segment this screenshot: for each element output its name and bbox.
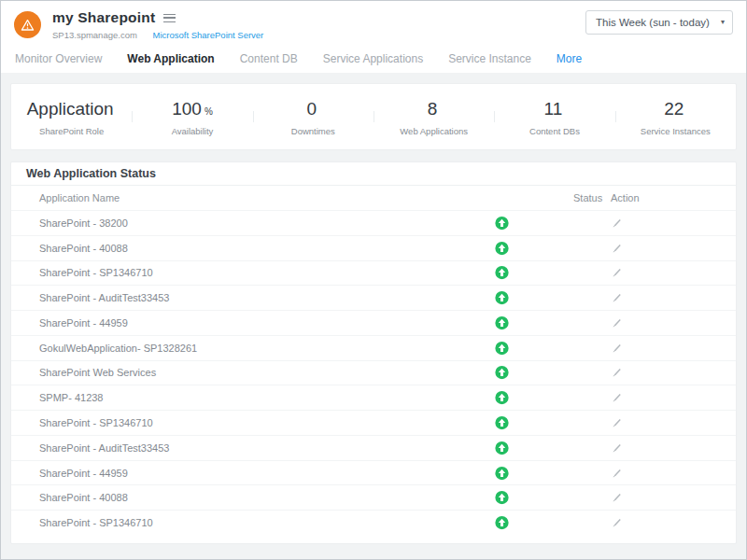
table-row: SharePoint - SP1346710 (11, 410, 736, 435)
table-row: SharePoint - 38200 (11, 210, 736, 235)
edit-icon[interactable] (611, 417, 623, 429)
column-action: Action (611, 186, 640, 210)
status-up-icon (495, 241, 509, 255)
status-up-icon (495, 366, 509, 380)
application-name: SharePoint - 44959 (39, 468, 128, 479)
stat-suffix: % (204, 106, 213, 117)
edit-icon[interactable] (611, 267, 623, 279)
application-name: SharePoint - AuditTest33453 (39, 442, 169, 454)
application-name: GokulWebApplication- SP1328261 (39, 343, 197, 354)
stat-value: Application (27, 99, 114, 119)
table-row: GokulWebApplication- SP1328261 (11, 335, 736, 360)
status-up-icon (495, 391, 509, 405)
server-type-link[interactable]: Microsoft SharePoint Server (152, 30, 263, 40)
stat-label: Service Instances (615, 126, 736, 136)
edit-icon[interactable] (611, 292, 623, 304)
stat-content-dbs: 11 Content DBs (494, 97, 614, 136)
table-title: Web Application Status (11, 162, 736, 186)
stat-label: Downtimes (253, 126, 374, 136)
application-name: SharePoint - 38200 (39, 217, 128, 229)
stat-label: SharePoint Role (11, 126, 132, 136)
stat-value: 0 (307, 99, 317, 119)
stat-sharepoint-role: Application SharePoint Role (11, 97, 132, 136)
application-name: SharePoint - AuditTest33453 (39, 292, 169, 303)
status-up-icon (495, 341, 509, 355)
edit-icon[interactable] (611, 342, 623, 354)
stat-service-instances: 22 Service Instances (615, 97, 736, 136)
status-up-icon (495, 516, 509, 530)
stat-label: Web Applications (374, 126, 494, 136)
monitor-title: my Sharepoint (52, 9, 155, 26)
status-up-icon (495, 291, 509, 305)
edit-icon[interactable] (611, 441, 623, 454)
table-row: SharePoint Web Services (11, 360, 736, 385)
column-application-name: Application Name (39, 186, 120, 210)
application-name: SharePoint - 44959 (39, 317, 128, 329)
warning-triangle-icon (14, 11, 41, 38)
status-up-icon (495, 266, 509, 280)
hamburger-menu-icon[interactable] (163, 14, 176, 22)
content-area: Application SharePoint Role 100% Availab… (1, 73, 746, 559)
edit-icon[interactable] (611, 517, 623, 529)
table-row: SharePoint - 40088 (11, 484, 736, 510)
table-row: SharePoint - 44959 (11, 460, 736, 485)
status-up-icon (495, 416, 509, 430)
web-application-status-card: Web Application Status Application Name … (10, 161, 737, 544)
stat-availability: 100% Availability (132, 97, 252, 136)
app-window: my Sharepoint SP13.spmanage.com Microsof… (0, 0, 747, 560)
table-row: SharePoint - 40088 (11, 235, 736, 260)
table-row: SPMP- 41238 (11, 385, 736, 410)
application-name: SharePoint - 40088 (39, 492, 128, 503)
monitor-host: SP13.spmanage.com (52, 30, 137, 40)
table-row: SharePoint - SP1346710 (11, 260, 736, 286)
edit-icon[interactable] (611, 316, 623, 329)
status-up-icon (495, 315, 509, 329)
caret-down-icon: ▾ (721, 11, 725, 34)
stat-web-applications: 8 Web Applications (374, 97, 494, 136)
table-row: SharePoint - AuditTest33453 (11, 435, 736, 460)
application-name: SharePoint - 40088 (39, 243, 128, 254)
edit-icon[interactable] (611, 217, 623, 229)
stat-value: 8 (428, 99, 438, 119)
summary-stats-card: Application SharePoint Role 100% Availab… (10, 83, 737, 150)
table-header-row: Application Name Status Action (11, 186, 736, 210)
edit-icon[interactable] (611, 392, 623, 404)
table-body: SharePoint - 38200 (11, 210, 736, 535)
status-up-icon (495, 216, 509, 230)
monitor-header: my Sharepoint SP13.spmanage.com Microsof… (1, 1, 746, 46)
application-name: SharePoint Web Services (39, 367, 156, 378)
stat-label: Availability (132, 126, 252, 136)
edit-icon[interactable] (611, 467, 623, 479)
edit-icon[interactable] (611, 492, 623, 504)
column-status: Status (573, 186, 602, 210)
stat-downtimes: 0 Downtimes (253, 97, 374, 136)
time-range-value: This Week (sun - today) (596, 17, 710, 28)
stat-label: Content DBs (494, 126, 614, 136)
edit-icon[interactable] (611, 242, 623, 254)
stat-value: 11 (544, 99, 563, 119)
application-name: SharePoint - SP1346710 (39, 267, 153, 278)
edit-icon[interactable] (611, 367, 623, 379)
table-row: SharePoint - AuditTest33453 (11, 285, 736, 310)
stat-value: 22 (664, 99, 684, 119)
stat-value: 100 (172, 99, 202, 119)
table-row: SharePoint - SP1346710 (11, 510, 736, 535)
application-name: SharePoint - SP1346710 (39, 417, 153, 428)
status-up-icon (495, 441, 509, 455)
application-name: SPMP- 41238 (39, 392, 103, 403)
application-name: SharePoint - SP1346710 (39, 517, 153, 528)
time-range-selector[interactable]: This Week (sun - today) ▾ (585, 10, 733, 35)
status-up-icon (495, 491, 509, 505)
status-up-icon (495, 466, 509, 480)
table-row: SharePoint - 44959 (11, 310, 736, 335)
